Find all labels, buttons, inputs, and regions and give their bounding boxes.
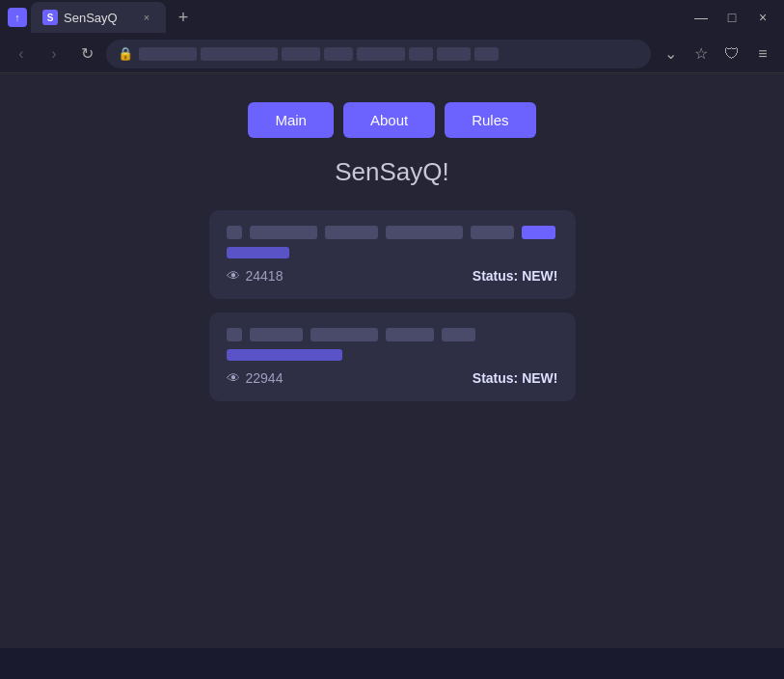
card-1-pill-3 (386, 226, 463, 239)
card-2-pill-sm (227, 328, 242, 341)
card-2-view-count: 22944 (246, 370, 284, 386)
menu-button[interactable]: ≡ (749, 41, 776, 68)
bookmark-button[interactable]: ☆ (688, 41, 715, 68)
rules-tab-button[interactable]: Rules (445, 102, 535, 138)
card-1-pill-2 (325, 226, 378, 239)
address-pill-7 (437, 47, 471, 61)
window-controls: — □ × (688, 4, 776, 31)
main-tab-button[interactable]: Main (248, 102, 334, 138)
address-pill-4 (324, 47, 353, 61)
address-content (139, 47, 639, 61)
address-pill-2 (201, 47, 278, 61)
card-1-view-count: 24418 (246, 268, 284, 284)
nav-tabs: Main About Rules (248, 102, 535, 138)
card-1-status-value: NEW! (522, 268, 557, 284)
dropdown-button[interactable]: ⌄ (657, 41, 684, 68)
new-tab-button[interactable]: + (170, 4, 197, 31)
navbar-actions: ⌄ ☆ 🛡 ≡ (657, 41, 776, 68)
app-title: SenSayQ! (335, 157, 449, 187)
page-content: Main About Rules SenSayQ! 👁 24418 (0, 73, 784, 648)
browser-tab[interactable]: S SenSayQ × (31, 2, 166, 33)
refresh-button[interactable]: ↻ (73, 41, 100, 68)
back-button[interactable]: ‹ (8, 41, 35, 68)
titlebar: ↑ S SenSayQ × + — □ × (0, 0, 784, 35)
forward-button[interactable]: › (41, 41, 68, 68)
about-tab-button[interactable]: About (343, 102, 435, 138)
card-2-pill-2 (311, 328, 378, 341)
card-2-status: Status: NEW! (473, 370, 558, 386)
content-card-1[interactable]: 👁 24418 Status: NEW! (209, 210, 576, 299)
extension-icon[interactable]: ↑ (8, 8, 27, 27)
card-2-subpill (227, 349, 342, 361)
card-2-header (227, 328, 558, 341)
card-1-status-label: Status: (473, 268, 518, 284)
card-1-header (227, 226, 558, 239)
card-2-footer: 👁 22944 Status: NEW! (227, 370, 558, 386)
card-1-subline (227, 247, 558, 258)
card-1-pill-1 (250, 226, 317, 239)
card-1-footer: 👁 24418 Status: NEW! (227, 268, 558, 284)
content-card-2[interactable]: 👁 22944 Status: NEW! (209, 312, 576, 401)
card-1-pill-accent (522, 226, 555, 239)
card-2-pill-3 (386, 328, 434, 341)
card-2-subline (227, 349, 558, 361)
card-1-pill-sm (227, 226, 242, 239)
address-pill-accent (474, 47, 499, 61)
card-2-status-value: NEW! (522, 370, 557, 386)
lock-icon: 🔒 (118, 46, 133, 61)
card-1-subpill (227, 247, 289, 258)
card-2-views: 👁 22944 (227, 370, 284, 386)
cards-container: 👁 24418 Status: NEW! (209, 210, 576, 401)
address-pill-1 (139, 47, 197, 61)
address-pill-6 (409, 47, 433, 61)
card-1-views: 👁 24418 (227, 268, 284, 284)
card-2-status-label: Status: (473, 370, 518, 386)
eye-icon-2: 👁 (227, 370, 240, 386)
card-2-pill-4 (442, 328, 475, 341)
tab-title: SenSayQ (64, 11, 133, 25)
tab-close-button[interactable]: × (139, 10, 154, 25)
tab-favicon: S (42, 10, 58, 25)
shield-button[interactable]: 🛡 (718, 41, 745, 68)
card-2-pill-1 (250, 328, 303, 341)
maximize-button[interactable]: □ (718, 4, 745, 31)
address-bar[interactable]: 🔒 (106, 40, 651, 68)
close-button[interactable]: × (749, 4, 776, 31)
address-pill-5 (357, 47, 405, 61)
eye-icon-1: 👁 (227, 268, 240, 284)
card-1-status: Status: NEW! (473, 268, 558, 284)
card-1-pill-4 (471, 226, 514, 239)
navigation-bar: ‹ › ↻ 🔒 ⌄ ☆ 🛡 ≡ (0, 35, 784, 73)
minimize-button[interactable]: — (688, 4, 715, 31)
address-pill-3 (282, 47, 320, 61)
